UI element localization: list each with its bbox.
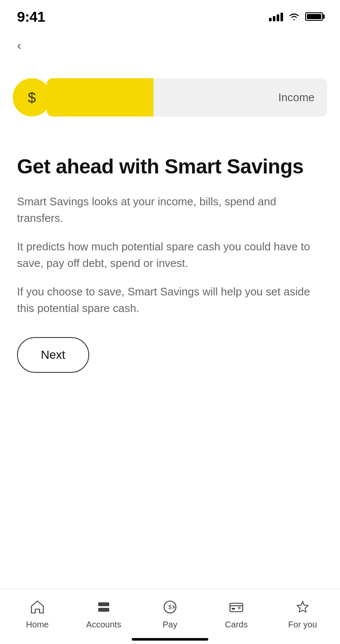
svg-text:$: $	[168, 604, 172, 610]
status-bar: 9:41	[0, 0, 340, 30]
nav-item-cards[interactable]: Cards	[203, 598, 269, 630]
pay-icon: $	[161, 598, 179, 616]
battery-icon	[305, 12, 323, 21]
next-button[interactable]: Next	[17, 337, 89, 373]
status-time: 9:41	[17, 9, 45, 25]
svg-point-7	[238, 607, 240, 609]
dollar-circle-icon: $	[13, 78, 51, 116]
nav-item-home[interactable]: Home	[4, 598, 71, 630]
cards-icon	[227, 598, 246, 616]
nav-label-pay: Pay	[163, 620, 177, 630]
main-content: Get ahead with Smart Savings Smart Savin…	[0, 129, 340, 386]
nav-label-home: Home	[26, 620, 48, 630]
description-paragraph-2: It predicts how much potential spare cas…	[17, 238, 323, 272]
nav-label-for-you: For you	[288, 620, 317, 630]
svg-rect-6	[232, 608, 235, 610]
back-chevron-icon[interactable]: ‹	[17, 38, 21, 52]
progress-bar-fill	[47, 78, 153, 116]
nav-label-cards: Cards	[225, 620, 247, 630]
nav-item-pay[interactable]: $ Pay	[137, 598, 203, 630]
back-button[interactable]: ‹	[0, 30, 38, 61]
svg-rect-0	[98, 602, 109, 606]
signal-icon	[269, 12, 283, 21]
nav-label-accounts: Accounts	[86, 620, 121, 630]
accounts-icon	[94, 598, 113, 616]
bottom-nav: Home Accounts $ Pay	[0, 589, 340, 644]
income-label: Income	[278, 91, 314, 104]
svg-rect-1	[98, 608, 109, 612]
description-paragraph-3: If you choose to save, Smart Savings wil…	[17, 284, 323, 317]
wifi-icon	[288, 12, 300, 21]
status-icons	[269, 12, 323, 21]
nav-item-for-you[interactable]: For you	[269, 598, 336, 630]
nav-item-accounts[interactable]: Accounts	[71, 598, 137, 630]
svg-rect-4	[230, 603, 243, 612]
page-title: Get ahead with Smart Savings	[17, 155, 323, 178]
progress-section: $ Income	[0, 61, 340, 129]
progress-bar: Income	[47, 78, 327, 116]
home-indicator	[132, 638, 208, 641]
description-paragraph-1: Smart Savings looks at your income, bill…	[17, 193, 323, 227]
home-icon	[28, 598, 47, 616]
for-you-icon	[293, 598, 312, 616]
